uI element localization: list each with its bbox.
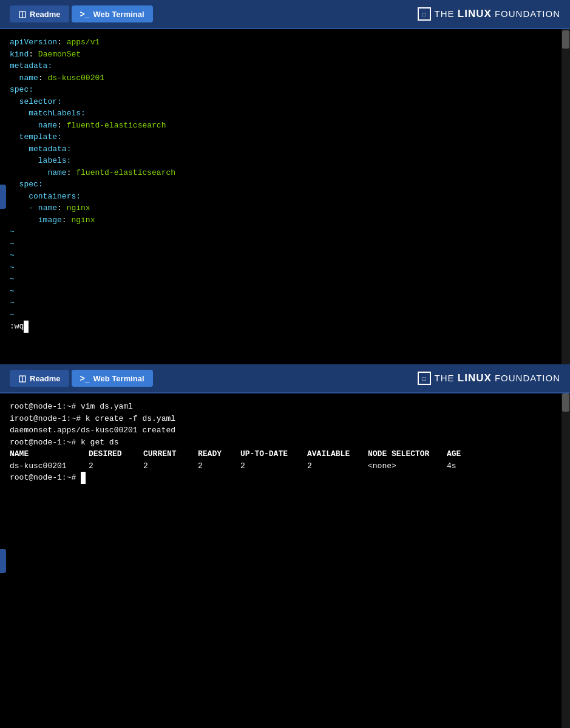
scrollbar-track-1[interactable] [562, 29, 570, 364]
yaml-line-8: name: fluentd-elasticsearch [10, 120, 560, 132]
cursor-2 [81, 472, 86, 484]
prompt-line: root@node-1:~# [10, 472, 560, 484]
side-handle-1 [0, 185, 6, 209]
col-uptodate-value: 2 [240, 460, 307, 472]
panel-2: ◫ Readme >_ Web Terminal □ THE LINUX FOU… [0, 364, 570, 728]
yaml-line-11: labels: [10, 155, 560, 167]
tab-readme-label-2: Readme [30, 374, 61, 383]
logo-text-1: THE LINUX FOUNDATION [435, 8, 560, 20]
yaml-line-7: matchLabels: [10, 107, 560, 120]
yaml-line-9: template: [10, 131, 560, 143]
yaml-line-14: containers: [10, 191, 560, 203]
yaml-line-3: metadata: [10, 60, 560, 72]
terminal-body-1[interactable]: apiVersion: apps/v1 kind: DaemonSet meta… [0, 29, 570, 364]
yaml-line-13: spec: [10, 179, 560, 191]
col-current-value: 2 [143, 460, 198, 472]
yaml-line-1: apiVersion: apps/v1 [10, 36, 560, 49]
header-2: ◫ Readme >_ Web Terminal □ THE LINUX FOU… [0, 364, 570, 393]
side-handle-2 [0, 549, 6, 573]
scrollbar-thumb-1[interactable] [562, 30, 569, 49]
logo-icon-1: □ [418, 7, 431, 21]
table-data-row: ds-kusc00201 2 2 2 2 2 <none> 4s [10, 460, 560, 472]
tab-readme-2[interactable]: ◫ Readme [10, 370, 69, 387]
tab-bar-2: ◫ Readme >_ Web Terminal [10, 370, 153, 387]
tab-terminal-1[interactable]: >_ Web Terminal [72, 5, 153, 22]
col-available-value: 2 [307, 460, 368, 472]
col-age-header: AGE [447, 448, 477, 460]
yaml-line-12: name: fluentd-elasticsearch [10, 167, 560, 179]
logo-brand-2: LINUX [458, 372, 492, 384]
cmd-line-2: iroot@node-1:~# k create -f ds.yaml [10, 413, 560, 425]
yaml-line-15: - name: nginx [10, 202, 560, 214]
col-nodeselector-value: <none> [368, 460, 447, 472]
col-available-header: AVAILABLE [307, 448, 368, 460]
logo-2: □ THE LINUX FOUNDATION [418, 372, 560, 385]
cmd-line-3: daemonset.apps/ds-kusc00201 created [10, 424, 560, 437]
tilde-8: ~ [10, 309, 560, 321]
cursor-1 [24, 321, 29, 333]
col-desired-header: DESIRED [89, 448, 143, 460]
tab-readme-label-1: Readme [30, 10, 61, 19]
tab-terminal-2[interactable]: >_ Web Terminal [72, 370, 153, 387]
col-current-header: CURRENT [143, 448, 198, 460]
col-ready-header: READY [198, 448, 240, 460]
yaml-line-6: selector: [10, 96, 560, 108]
yaml-line-16: image: nginx [10, 214, 560, 226]
yaml-line-10: metadata: [10, 143, 560, 155]
panel-1: ◫ Readme >_ Web Terminal □ THE LINUX FOU… [0, 0, 570, 364]
tilde-6: ~ [10, 285, 560, 298]
col-uptodate-header: UP-TO-DATE [240, 448, 307, 460]
yaml-line-2: kind: DaemonSet [10, 49, 560, 61]
col-name-header: NAME [10, 448, 89, 460]
tab-terminal-label-2: Web Terminal [93, 374, 144, 383]
tab-bar-1: ◫ Readme >_ Web Terminal [10, 5, 153, 22]
tilde-4: ~ [10, 262, 560, 274]
tilde-5: ~ [10, 273, 560, 285]
col-age-value: 4s [447, 460, 477, 472]
tilde-7: ~ [10, 297, 560, 309]
readme-icon-2: ◫ [18, 373, 26, 383]
tilde-3: ~ [10, 250, 560, 262]
scrollbar-thumb-2[interactable] [562, 393, 569, 412]
scrollbar-track-2[interactable] [562, 393, 570, 728]
logo-icon-2: □ [418, 372, 431, 385]
terminal-icon-1: >_ [80, 9, 90, 19]
table-header-row: NAME DESIRED CURRENT READY UP-TO-DATE AV… [10, 448, 560, 460]
tilde-2: ~ [10, 238, 560, 250]
yaml-line-5: spec: [10, 84, 560, 96]
terminal-icon-2: >_ [80, 373, 90, 383]
logo-1: □ THE LINUX FOUNDATION [418, 7, 560, 21]
cmd-line-1: root@node-1:~# vim ds.yaml [10, 401, 560, 413]
yaml-line-4: name: ds-kusc00201 [10, 72, 560, 84]
col-nodeselector-header: NODE SELECTOR [368, 448, 447, 460]
cmd-line-4: root@node-1:~# k get ds [10, 437, 560, 449]
logo-brand-1: LINUX [458, 8, 492, 19]
col-name-value: ds-kusc00201 [10, 460, 89, 472]
logo-text-2: THE LINUX FOUNDATION [435, 372, 560, 384]
readme-icon-1: ◫ [18, 9, 26, 19]
header-1: ◫ Readme >_ Web Terminal □ THE LINUX FOU… [0, 0, 570, 29]
tab-terminal-label-1: Web Terminal [93, 10, 144, 19]
col-desired-value: 2 [89, 460, 143, 472]
tab-readme-1[interactable]: ◫ Readme [10, 5, 69, 22]
tilde-1: ~ [10, 226, 560, 238]
col-ready-value: 2 [198, 460, 240, 472]
terminal-body-2[interactable]: root@node-1:~# vim ds.yaml iroot@node-1:… [0, 393, 570, 728]
vim-cmd-line: :wq [10, 321, 560, 333]
